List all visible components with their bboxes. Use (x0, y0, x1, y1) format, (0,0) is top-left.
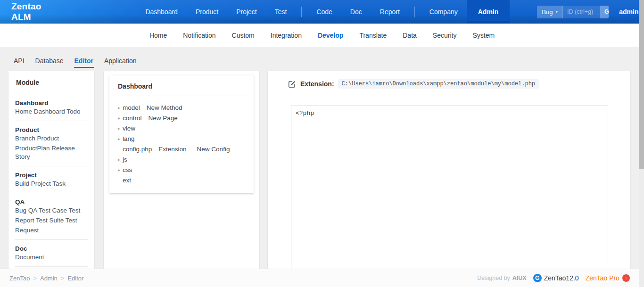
subnav-item-notification[interactable]: Notification (175, 24, 223, 47)
tree-row: ▸ css (118, 164, 245, 175)
tree-node-ext[interactable]: ext (123, 177, 131, 184)
divider (15, 166, 88, 166)
nav-item-code[interactable]: Code (307, 0, 341, 24)
tree-node-control[interactable]: control (123, 115, 142, 122)
new-page-link[interactable]: New Page (149, 115, 178, 122)
nav-item-product[interactable]: Product (187, 0, 227, 24)
username: admin (619, 8, 638, 16)
extension-link[interactable]: Extension (158, 146, 186, 153)
editor-header: Extension: C:\Users\iamro\Downloads\xamp… (268, 71, 630, 95)
extension-editor-panel: Extension: C:\Users\iamro\Downloads\xamp… (268, 71, 630, 269)
caret-right-icon[interactable]: ▸ (118, 167, 123, 172)
module-links-line[interactable]: Branch Product (15, 134, 88, 144)
module-group-title: Project (15, 170, 88, 180)
subnav-item-translate[interactable]: Translate (351, 24, 395, 47)
subnav-item-home[interactable]: Home (141, 24, 175, 47)
caret-right-icon[interactable]: ▸ (118, 136, 123, 141)
caret-right-icon[interactable]: ▸ (118, 157, 123, 162)
extension-file-path: C:\Users\iamro\Downloads\xampp\zentao\mo… (338, 79, 539, 89)
zentao-logo-icon: G (533, 274, 542, 282)
aiux-link[interactable]: AIUX (512, 275, 527, 281)
breadcrumb-zentao[interactable]: ZenTao (9, 275, 30, 282)
module-group-title: QA (15, 197, 88, 206)
divider (15, 193, 88, 193)
zentao-version-link[interactable]: ZenTao12.0 (544, 274, 579, 282)
module-links-line[interactable]: ProductPlan Release Story (15, 144, 88, 163)
breadcrumb-separator: > (61, 275, 65, 282)
caret-right-icon[interactable]: ▸ (118, 115, 123, 121)
tree-title: Dashboard (109, 75, 254, 96)
nav-item-dashboard[interactable]: Dashboard (136, 0, 187, 24)
breadcrumb-admin[interactable]: Admin (40, 275, 58, 282)
nav-item-admin[interactable]: Admin (467, 0, 510, 24)
module-links-line[interactable]: Report Test Suite Test (15, 216, 88, 226)
tree-node-model[interactable]: model (123, 104, 140, 111)
search-category-select[interactable]: Bug ▾ (537, 6, 562, 18)
footer: ZenTao > Admin > Editor Designed by AIUX… (0, 269, 644, 287)
tab-editor[interactable]: Editor (74, 50, 94, 68)
nav-item-test[interactable]: Test (266, 0, 296, 24)
new-config-link[interactable]: New Config (197, 146, 230, 153)
tab-application[interactable]: Application (104, 50, 137, 68)
zentao-pro-link[interactable]: ZenTao Pro (586, 274, 619, 282)
module-links-line[interactable]: Home Dashboard Todo (15, 107, 88, 117)
scrollbar-thumb[interactable] (639, 0, 644, 169)
edit-pencil-icon (288, 80, 296, 88)
divider (15, 121, 88, 121)
tree-node-css[interactable]: css (123, 166, 132, 173)
new-method-link[interactable]: New Method (147, 104, 182, 111)
breadcrumb-separator: > (33, 275, 37, 282)
tree-list: ▸ model New Method ▸ control New Page ▸ … (109, 96, 254, 185)
top-navbar: Zentao ALM Dashboard Product Project Tes… (0, 0, 644, 24)
go-button[interactable]: GO! (600, 6, 609, 18)
subnav-item-system[interactable]: System (464, 24, 503, 47)
module-links-line[interactable]: Bug QA Test Case Test (15, 206, 88, 216)
nav-item-project[interactable]: Project (227, 0, 266, 24)
code-editor[interactable]: <?php (291, 106, 608, 269)
extension-label: Extension: (300, 80, 334, 88)
nav-divider (301, 7, 302, 17)
tab-api[interactable]: API (13, 50, 25, 68)
tree-row: ▸ lang (118, 133, 245, 144)
main-menu: Dashboard Product Project Test Code Doc … (136, 0, 510, 24)
tree-node-config[interactable]: config.php (123, 146, 152, 153)
develop-tabs: API Database Editor Application (0, 47, 644, 71)
nav-item-report[interactable]: Report (371, 0, 409, 24)
divider (15, 94, 88, 94)
footer-right: Designed by AIUX G ZenTao12.0 ZenTao Pro… (477, 274, 630, 282)
subnav-item-integration[interactable]: Integration (263, 24, 310, 47)
module-links-line[interactable]: Build Project Task (15, 180, 88, 189)
search-id-input[interactable] (562, 6, 600, 18)
admin-subnav: Home Notification Custom Integration Dev… (0, 24, 644, 47)
tree-node-lang[interactable]: lang (123, 135, 135, 142)
caret-right-icon[interactable]: ▸ (118, 105, 123, 110)
module-links-line[interactable]: Document (15, 253, 88, 263)
quick-search: Bug ▾ GO! (537, 6, 609, 18)
nav-item-company[interactable]: Company (421, 0, 467, 24)
subnav-item-data[interactable]: Data (395, 24, 425, 47)
tree-node-js[interactable]: js (123, 156, 127, 163)
nav-item-doc[interactable]: Doc (341, 0, 371, 24)
scrollbar-track[interactable] (639, 0, 644, 287)
module-tree-panel: Dashboard ▸ model New Method ▸ control N… (104, 71, 259, 269)
module-links-line[interactable]: Request (15, 226, 88, 236)
nav-divider (414, 7, 415, 17)
designed-by-text: Designed by (477, 275, 510, 281)
module-group-title: Dashboard (15, 98, 88, 107)
tree-node-view[interactable]: view (123, 125, 135, 132)
tree-row: ▸ control New Page (118, 113, 245, 123)
module-group-title: Doc (15, 243, 88, 253)
tree-row: ▸ view (118, 123, 245, 133)
upgrade-arrow-icon[interactable]: ↑ (622, 274, 630, 282)
divider (15, 239, 88, 240)
subnav-item-develop[interactable]: Develop (310, 24, 351, 47)
tree-row: config.php Extension New Config (118, 144, 245, 154)
caret-right-icon[interactable]: ▸ (118, 126, 123, 131)
tab-database[interactable]: Database (35, 50, 64, 68)
divider (15, 266, 88, 267)
subnav-item-security[interactable]: Security (425, 24, 465, 47)
chevron-down-icon: ▾ (555, 9, 558, 14)
subnav-item-custom[interactable]: Custom (224, 24, 263, 47)
app-logo[interactable]: Zentao ALM (11, 1, 56, 22)
module-panel: Module Dashboard Home Dashboard Todo Pro… (8, 71, 94, 269)
